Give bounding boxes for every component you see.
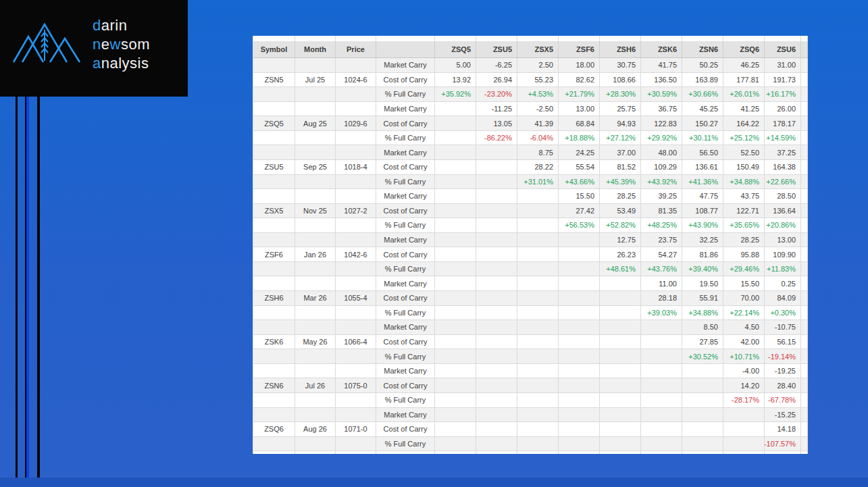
value-cell: [435, 160, 476, 175]
symbol-cell: [253, 262, 295, 277]
month-cell: [295, 306, 336, 321]
month-cell: [295, 233, 336, 248]
column-header: ZSQ5: [435, 41, 476, 58]
spacer-cell: [801, 102, 808, 117]
partial-row-cell: [476, 36, 517, 41]
month-cell: [295, 218, 336, 233]
value-cell: +43.90%: [682, 218, 723, 233]
value-cell: 37.25: [765, 145, 801, 160]
value-cell: 136.50: [641, 73, 682, 88]
symbol-cell: ZSN5: [253, 73, 295, 88]
row-label-cell: % Full Carry: [376, 87, 435, 102]
value-cell: [559, 320, 600, 335]
symbol-cell: [253, 131, 295, 146]
value-cell: [517, 306, 559, 321]
price-cell: [336, 437, 376, 452]
value-cell: +35.65%: [723, 218, 765, 233]
value-cell: 13.92: [435, 73, 476, 88]
value-cell: 48.00: [641, 145, 682, 160]
row-label-cell: % Full Carry: [376, 437, 435, 452]
value-cell: 55.91: [682, 291, 723, 306]
partial-row-cell: [336, 36, 376, 41]
value-cell: 28.25: [600, 189, 641, 204]
value-cell: [435, 306, 476, 321]
value-cell: [517, 393, 559, 408]
value-cell: 55.23: [517, 73, 559, 88]
value-cell: [435, 189, 476, 204]
value-cell: -23.20%: [476, 87, 517, 102]
value-cell: [476, 204, 517, 219]
partial-row-cell: [682, 451, 723, 454]
value-cell: [600, 393, 641, 408]
value-cell: 13.00: [765, 233, 801, 248]
column-header: ZSF6: [559, 41, 600, 58]
value-cell: [559, 422, 600, 437]
value-cell: 26.94: [476, 73, 517, 88]
price-cell: [336, 262, 376, 277]
value-cell: [435, 349, 476, 364]
value-cell: [600, 320, 641, 335]
symbol-cell: [253, 102, 295, 117]
value-cell: [476, 408, 517, 423]
table-row: % Full Carry-86.22%-6.04%+18.88%+27.12%+…: [253, 131, 808, 146]
value-cell: +48.25%: [641, 218, 682, 233]
value-cell: -6.04%: [517, 131, 559, 146]
bottom-bar: [0, 478, 868, 487]
symbol-cell: [253, 233, 295, 248]
price-cell: [336, 393, 376, 408]
symbol-cell: [253, 364, 295, 379]
symbol-cell: [253, 408, 295, 423]
value-cell: 163.89: [682, 73, 723, 88]
value-cell: 36.75: [641, 102, 682, 117]
price-cell: 1018-4: [336, 160, 376, 175]
value-cell: 0.25: [765, 276, 801, 291]
price-cell: 1071-0: [336, 422, 376, 437]
value-cell: [641, 335, 682, 350]
value-cell: +39.03%: [641, 306, 682, 321]
value-cell: [476, 378, 517, 393]
spacer-cell: [801, 291, 808, 306]
column-header: [376, 41, 435, 58]
price-cell: [336, 175, 376, 190]
spacer-cell: [801, 160, 808, 175]
value-cell: [517, 262, 559, 277]
value-cell: +30.52%: [682, 349, 723, 364]
month-cell: [295, 320, 336, 335]
table-row: % Full Carry+56.53%+52.82%+48.25%+43.90%…: [253, 218, 808, 233]
value-cell: 28.50: [765, 189, 801, 204]
symbol-cell: ZSQ5: [253, 116, 295, 131]
spacer-cell: [801, 276, 808, 291]
value-cell: [476, 437, 517, 452]
spacer-cell: [801, 364, 808, 379]
symbol-cell: [253, 349, 295, 364]
value-cell: [723, 422, 765, 437]
value-cell: [559, 335, 600, 350]
value-cell: 19.50: [682, 276, 723, 291]
value-cell: +35.92%: [435, 87, 476, 102]
spacer-cell: [801, 437, 808, 452]
value-cell: 81.52: [600, 160, 641, 175]
value-cell: +20.86%: [765, 218, 801, 233]
value-cell: [517, 291, 559, 306]
spacer-cell: [801, 116, 808, 131]
value-cell: [435, 364, 476, 379]
value-cell: [559, 408, 600, 423]
price-cell: [336, 408, 376, 423]
row-label-cell: Market Carry: [376, 408, 435, 423]
price-cell: 1027-2: [336, 204, 376, 219]
partial-row-cell: [253, 36, 295, 41]
spacer-cell: [801, 87, 808, 102]
row-label-cell: Cost of Carry: [376, 73, 435, 88]
value-cell: [723, 408, 765, 423]
value-cell: [559, 262, 600, 277]
partial-row-cell: [435, 451, 476, 454]
value-cell: +31.01%: [517, 175, 559, 190]
symbol-cell: [253, 276, 295, 291]
column-header: ZSQ6: [723, 41, 765, 58]
value-cell: [435, 262, 476, 277]
month-cell: [295, 408, 336, 423]
price-cell: [336, 218, 376, 233]
month-cell: Aug 25: [295, 116, 336, 131]
value-cell: [517, 189, 559, 204]
value-cell: [600, 378, 641, 393]
